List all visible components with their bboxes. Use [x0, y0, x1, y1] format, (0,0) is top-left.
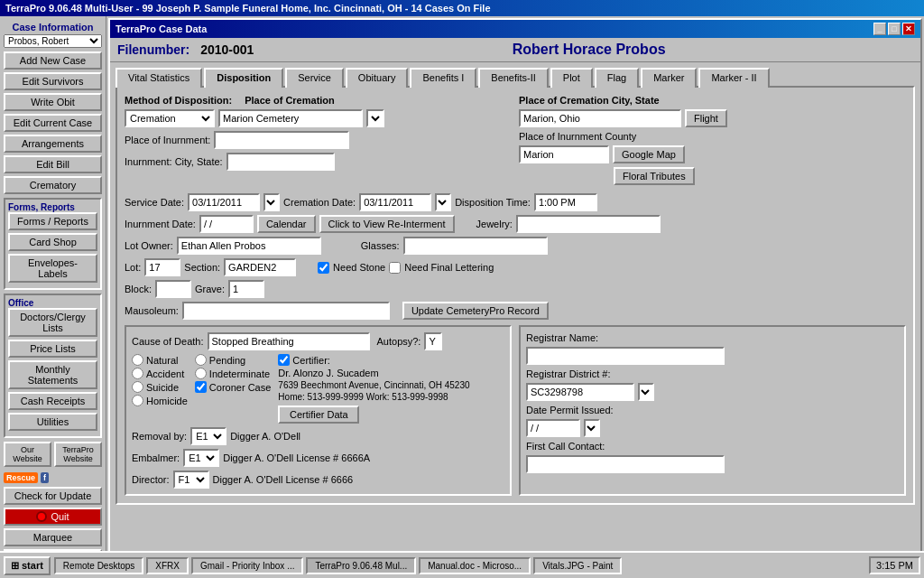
director-name: Digger A. O'Dell License # 6666 [213, 474, 354, 485]
envelopes-labels-button[interactable]: Envelopes-Labels [8, 254, 97, 283]
need-final-lettering-checkbox[interactable] [389, 262, 401, 274]
jewelry-input[interactable] [516, 215, 661, 233]
taskbar-item-remote[interactable]: Remote Desktops [54, 557, 143, 574]
need-stone-checkbox[interactable] [318, 262, 329, 274]
accident-radio[interactable] [132, 368, 143, 379]
check-update-button[interactable]: Check for Update [4, 487, 102, 505]
tab-obituary[interactable]: Obituary [346, 68, 409, 88]
taskbar-items: Remote Desktops XFRX Gmail - Priority In… [54, 557, 865, 574]
suicide-radio[interactable] [132, 381, 143, 393]
flight-button[interactable]: Flight [685, 109, 727, 127]
edit-bill-button[interactable]: Edit Bill [4, 155, 102, 173]
registrar-district-select[interactable] [638, 383, 654, 401]
homicide-radio[interactable] [132, 395, 143, 406]
arrangements-button[interactable]: Arrangements [4, 135, 102, 153]
section-input[interactable] [224, 258, 296, 276]
tab-plot[interactable]: Plot [550, 68, 593, 88]
minimize-button[interactable]: _ [873, 23, 886, 35]
tab-benefits-ii[interactable]: Benefits-II [478, 68, 549, 88]
edit-survivors-button[interactable]: Edit Survivors [4, 72, 102, 90]
lot-input[interactable] [144, 258, 180, 276]
card-shop-button[interactable]: Card Shop [8, 233, 97, 251]
tab-marker-ii[interactable]: Marker - II [698, 68, 769, 88]
terrapro-website-button[interactable]: TerraPro Website [54, 442, 102, 467]
service-date-input[interactable] [188, 193, 260, 211]
grave-input[interactable] [228, 280, 264, 298]
pending-radio[interactable] [195, 354, 207, 366]
first-call-input[interactable] [526, 455, 725, 473]
taskbar-item-terrapro[interactable]: TerraPro 9.06.48 Mul... [306, 557, 416, 574]
service-date-label: Service Date: [125, 197, 184, 208]
utilities-button[interactable]: Utilities [8, 413, 97, 431]
coroner-case-checkbox[interactable] [195, 381, 207, 393]
taskbar-item-paint[interactable]: Vitals.JPG - Paint [533, 557, 622, 574]
doctor-name: Dr. Alonzo J. Sucadem [278, 368, 504, 378]
add-new-case-button[interactable]: Add New Case [4, 51, 102, 70]
tab-disposition[interactable]: Disposition [204, 68, 283, 88]
lot-owner-label: Lot Owner: [125, 240, 173, 251]
place-cremation-select[interactable] [366, 109, 384, 127]
update-cemetery-button[interactable]: Update CemeteryPro Record [402, 302, 549, 320]
close-button[interactable]: ✕ [902, 23, 915, 35]
cremation-date-select[interactable] [435, 193, 451, 211]
removal-by-select[interactable]: E1 [190, 427, 226, 445]
taskbar-time: 3:15 PM [869, 556, 920, 574]
edit-current-case-button[interactable]: Edit Current Case [4, 114, 102, 132]
permit-input[interactable] [526, 419, 580, 437]
inurnment-city-input[interactable] [226, 153, 335, 171]
tab-benefits-i[interactable]: Benefits I [410, 68, 476, 88]
disposition-time-input[interactable] [534, 193, 597, 211]
service-date-select[interactable] [263, 193, 280, 211]
maximize-button[interactable]: □ [888, 23, 901, 35]
method-select[interactable]: Cremation [125, 109, 215, 127]
tab-vital-statistics[interactable]: Vital Statistics [116, 68, 202, 88]
quit-button[interactable]: Quit [4, 508, 102, 526]
taskbar-item-gmail[interactable]: Gmail - Priority Inbox ... [191, 557, 303, 574]
removal-by-name: Digger A. O'Dell [230, 431, 300, 442]
case-dropdown[interactable]: Probos, Robert [4, 34, 102, 48]
calendar-button[interactable]: Calendar [257, 215, 316, 233]
inurnment-date-input[interactable] [199, 215, 254, 233]
indeterminate-radio[interactable] [195, 368, 207, 379]
director-select[interactable]: F1 [173, 471, 209, 489]
tab-service[interactable]: Service [285, 68, 344, 88]
cause-input[interactable] [208, 332, 370, 350]
certifier-data-button[interactable]: Certifier Data [278, 406, 359, 424]
certifier-checkbox[interactable] [278, 354, 290, 366]
monthly-statements-button[interactable]: Monthly Statements [8, 360, 97, 389]
cremation-date-input[interactable] [359, 193, 431, 211]
cash-receipts-button[interactable]: Cash Receipts [8, 392, 97, 410]
taskbar-item-xfrx[interactable]: XFRX [146, 557, 189, 574]
start-button[interactable]: ⊞ start [4, 556, 51, 575]
crematory-button[interactable]: Crematory [4, 176, 102, 194]
floral-tributes-button[interactable]: Floral Tributes [614, 167, 695, 185]
tab-marker[interactable]: Marker [641, 68, 697, 88]
marquee-button[interactable]: Marquee [4, 528, 102, 546]
lot-owner-input[interactable] [177, 237, 321, 255]
inurnment-county-input[interactable] [519, 145, 609, 163]
director-row: Director: F1 Digger A. O'Dell License # … [132, 471, 504, 489]
cremation-city-input[interactable] [519, 109, 681, 127]
registrar-name-input[interactable] [526, 347, 725, 365]
glasses-input[interactable] [403, 237, 548, 255]
taskbar-item-word[interactable]: Manual.doc - Microso... [419, 557, 531, 574]
natural-radio[interactable] [132, 354, 143, 366]
office-section-label: Office [8, 298, 97, 308]
embalmer-select[interactable]: E1 [183, 449, 219, 467]
place-inurnment-input[interactable] [214, 131, 349, 149]
price-lists-button[interactable]: Price Lists [8, 340, 97, 358]
our-website-button[interactable]: Our Website [4, 442, 51, 467]
permit-select[interactable] [584, 419, 600, 437]
place-cremation-input[interactable] [218, 109, 363, 127]
forms-reports-button[interactable]: Forms / Reports [8, 212, 97, 230]
registrar-district-input[interactable] [526, 383, 634, 401]
view-reinterment-button[interactable]: Click to View Re-Interment [319, 215, 455, 233]
director-label: Director: [132, 474, 170, 485]
write-obit-button[interactable]: Write Obit [4, 93, 102, 111]
block-input[interactable] [155, 280, 191, 298]
doctors-clergy-button[interactable]: Doctors/Clergy Lists [8, 308, 97, 337]
mausoleum-input[interactable] [182, 302, 390, 320]
tab-flag[interactable]: Flag [595, 68, 639, 88]
autopsy-input[interactable] [424, 332, 442, 350]
google-map-button[interactable]: Google Map [613, 145, 685, 163]
